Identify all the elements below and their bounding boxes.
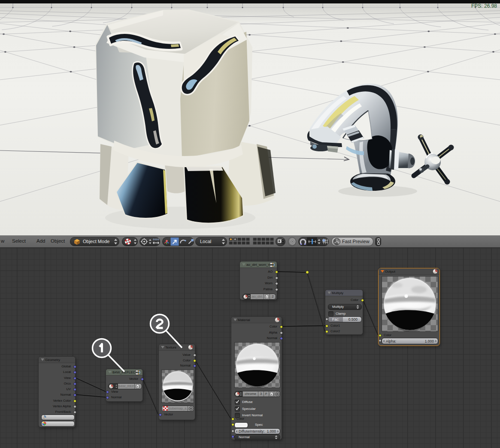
svg-text:FPS: 26.98: FPS: 26.98 xyxy=(471,3,497,9)
